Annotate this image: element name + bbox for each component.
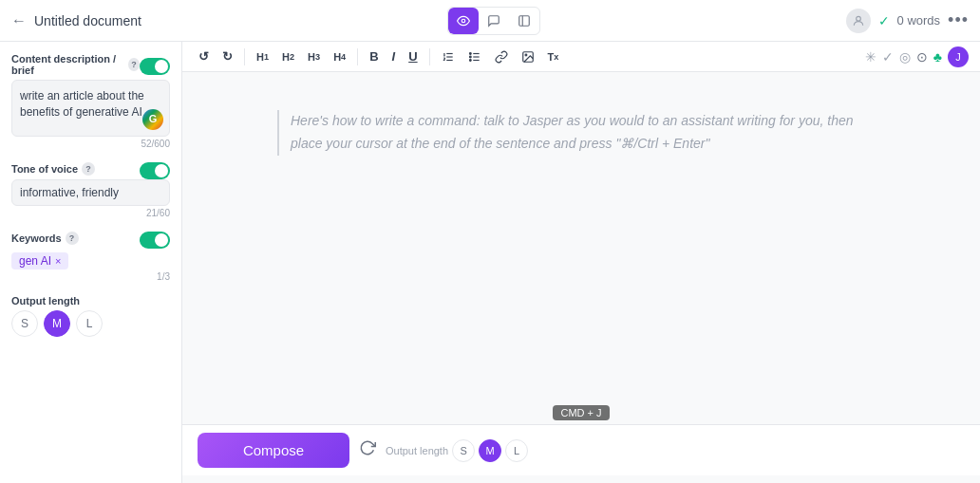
- keywords-area: gen AI ×: [11, 252, 170, 269]
- header-right: ✓ 0 words •••: [846, 9, 969, 33]
- size-medium-button[interactable]: M: [44, 310, 70, 337]
- underline-button[interactable]: U: [404, 46, 422, 67]
- view-mode-group: [447, 7, 540, 35]
- svg-point-12: [469, 59, 471, 61]
- h2-button[interactable]: H2: [277, 47, 299, 66]
- cmd-hint: CMD + J: [553, 405, 609, 420]
- toolbar-action-4[interactable]: ⊙: [916, 46, 928, 67]
- tone-toggle[interactable]: [140, 162, 170, 179]
- view-mode-panel[interactable]: [509, 8, 539, 34]
- avatar: [846, 9, 871, 33]
- bold-button[interactable]: B: [365, 46, 383, 67]
- h1-button[interactable]: H1: [252, 47, 273, 66]
- compose-size-s[interactable]: S: [452, 439, 475, 462]
- ordered-list-button[interactable]: [437, 46, 460, 67]
- svg-point-3: [856, 16, 860, 21]
- image-button[interactable]: [517, 46, 539, 67]
- more-options-button[interactable]: •••: [948, 10, 969, 30]
- compose-button[interactable]: Compose: [198, 433, 349, 468]
- output-length-label: Output length: [11, 295, 170, 307]
- toolbar-action-1[interactable]: ✳: [865, 46, 876, 67]
- size-small-button[interactable]: S: [11, 310, 38, 337]
- content-description-section: Content description / brief ? write an a…: [11, 53, 170, 149]
- compose-size-m[interactable]: M: [479, 439, 501, 462]
- editor-placeholder: Here's how to write a command: talk to J…: [277, 110, 885, 156]
- content-description-label: Content description / brief ?: [11, 53, 140, 76]
- back-button[interactable]: ←: [11, 12, 27, 29]
- h3-button[interactable]: H3: [303, 47, 325, 66]
- keyword-remove-button[interactable]: ×: [55, 255, 61, 267]
- content-toggle[interactable]: [140, 58, 170, 75]
- header-left: ← Untitled document: [11, 12, 141, 29]
- content-right: ↺ ↻ H1 H2 H3 H4 B I U Tx: [182, 42, 980, 483]
- editor-container: Here's how to write a command: talk to J…: [258, 72, 904, 194]
- svg-point-10: [469, 52, 471, 54]
- undo-button[interactable]: ↺: [194, 46, 214, 67]
- toolbar-right-actions: ✳ ✓ ◎ ⊙ ♣ J: [865, 46, 969, 67]
- document-title: Untitled document: [34, 13, 141, 28]
- content-description-box[interactable]: write an article about the benefits of g…: [11, 80, 170, 137]
- compose-bar: CMD + J Compose Output length S M L: [182, 405, 980, 483]
- check-icon: ✓: [878, 13, 890, 28]
- keywords-label: Keywords ?: [11, 232, 79, 245]
- keywords-toggle[interactable]: [140, 232, 170, 249]
- redo-button[interactable]: ↻: [217, 46, 237, 67]
- content-info-icon[interactable]: ?: [128, 58, 140, 71]
- tone-char-count: 21/60: [11, 208, 170, 218]
- compose-refresh-button[interactable]: [359, 439, 376, 461]
- keywords-count: 1/3: [11, 271, 170, 282]
- avatar-group: [846, 9, 871, 33]
- sidebar: Content description / brief ? write an a…: [0, 42, 182, 483]
- google-icon: G: [142, 109, 163, 130]
- keywords-section: Keywords ? gen AI × 1/3: [11, 232, 170, 282]
- tone-of-voice-section: Tone of voice ? 21/60: [11, 162, 170, 218]
- view-mode-eye[interactable]: [448, 8, 479, 34]
- toolbar-separator-2: [357, 48, 358, 65]
- toolbar-separator-3: [429, 48, 430, 65]
- keyword-tag: gen AI ×: [11, 252, 68, 269]
- svg-point-14: [525, 54, 527, 56]
- tone-input[interactable]: [11, 179, 170, 206]
- bullet-list-button[interactable]: [463, 46, 486, 67]
- clear-format-button[interactable]: Tx: [543, 47, 564, 66]
- keywords-header: Keywords ?: [11, 232, 170, 249]
- tone-label: Tone of voice ?: [11, 162, 95, 176]
- size-large-button[interactable]: L: [76, 310, 103, 337]
- svg-point-0: [462, 19, 465, 23]
- svg-rect-1: [518, 15, 529, 26]
- compose-size-l[interactable]: L: [505, 439, 528, 462]
- h4-button[interactable]: H4: [329, 47, 350, 66]
- header-center: [447, 7, 540, 35]
- italic-button[interactable]: I: [387, 46, 401, 67]
- keywords-info-icon[interactable]: ?: [66, 232, 79, 245]
- output-length-section: Output length S M L: [11, 295, 170, 337]
- word-count: 0 words: [897, 13, 941, 28]
- output-length-buttons: S M L: [11, 310, 170, 337]
- content-char-count: 52/600: [11, 139, 170, 149]
- svg-point-11: [469, 56, 471, 58]
- toolbar-action-jasper[interactable]: J: [948, 46, 969, 67]
- tone-header: Tone of voice ?: [11, 162, 170, 179]
- link-button[interactable]: [490, 46, 513, 67]
- keyword-text: gen AI: [19, 254, 51, 268]
- content-description-header: Content description / brief ?: [11, 53, 170, 80]
- toolbar-action-3[interactable]: ◎: [899, 46, 911, 67]
- header: ← Untitled document ✓ 0 words •••: [0, 0, 980, 42]
- editor-toolbar: ↺ ↻ H1 H2 H3 H4 B I U Tx: [182, 42, 980, 72]
- toolbar-action-2[interactable]: ✓: [882, 46, 894, 67]
- toolbar-action-5[interactable]: ♣: [933, 46, 942, 67]
- compose-output-label: Output length: [386, 445, 448, 456]
- compose-output-length: Output length S M L: [386, 439, 528, 462]
- view-mode-chat[interactable]: [479, 8, 509, 34]
- main-layout: Content description / brief ? write an a…: [0, 42, 980, 483]
- toolbar-separator-1: [244, 48, 245, 65]
- tone-info-icon[interactable]: ?: [82, 162, 95, 176]
